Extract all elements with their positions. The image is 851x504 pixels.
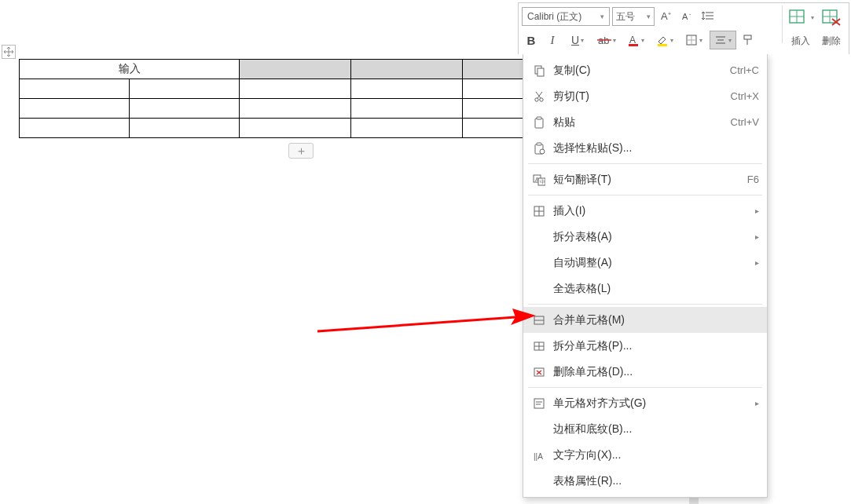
menu-separator xyxy=(528,387,762,388)
table-cell-selected[interactable] xyxy=(351,60,463,79)
table-cell[interactable] xyxy=(240,99,351,119)
borders-icon xyxy=(685,34,698,46)
font-size-combo[interactable]: 五号 ▾ xyxy=(612,7,655,26)
chevron-down-icon: ▾ xyxy=(641,37,644,44)
translate-icon: A中 xyxy=(530,173,548,186)
table-cell[interactable] xyxy=(20,119,130,138)
svg-point-30 xyxy=(540,97,543,100)
svg-rect-36 xyxy=(537,143,541,145)
menu-split-table-label: 拆分表格(A) xyxy=(548,230,749,244)
add-row-button[interactable]: ＋ xyxy=(288,143,314,159)
align-icon xyxy=(714,34,727,46)
menu-delete-cells-label: 删除单元格(D)... xyxy=(548,365,759,379)
menu-copy-label: 复制(C) xyxy=(548,64,724,78)
italic-icon: I xyxy=(551,34,555,47)
table-cell[interactable] xyxy=(20,99,130,119)
menu-merge-cells-label: 合并单元格(M) xyxy=(548,313,759,327)
table-cell[interactable] xyxy=(130,119,240,138)
table-cell-selected[interactable] xyxy=(240,60,351,79)
menu-merge-cells[interactable]: 合并单元格(M) xyxy=(523,307,767,333)
menu-separator xyxy=(528,163,762,164)
svg-text:A: A xyxy=(682,12,688,21)
menu-cut-label: 剪切(T) xyxy=(548,89,724,104)
table-cell[interactable] xyxy=(351,79,463,99)
format-painter-button[interactable] xyxy=(739,31,757,49)
grow-font-button[interactable]: A+ xyxy=(657,7,676,26)
table-row[interactable]: 输入 xyxy=(20,60,574,79)
menu-insert[interactable]: 插入(I) ▸ xyxy=(523,198,767,224)
insert-label: 插入 xyxy=(791,35,810,48)
menu-text-direction[interactable]: ||A 文字方向(X)... xyxy=(523,442,767,468)
menu-cut-accel: Ctrl+X xyxy=(724,90,759,102)
strikethrough-button[interactable]: ab ▾ xyxy=(593,31,620,49)
menu-split-cells[interactable]: 拆分单元格(P)... xyxy=(523,333,767,359)
line-spacing-button[interactable] xyxy=(699,7,718,26)
shrink-font-button[interactable]: A- xyxy=(678,7,697,26)
line-spacing-icon xyxy=(702,9,716,24)
menu-paste[interactable]: 粘贴 Ctrl+V xyxy=(523,109,767,135)
menu-cell-align[interactable]: 单元格对齐方式(G) ▸ xyxy=(523,390,767,416)
table-cell[interactable] xyxy=(240,119,351,138)
annotation-arrow xyxy=(314,301,536,336)
menu-autofit[interactable]: 自动调整(A) ▸ xyxy=(523,250,767,276)
table-delete-icon xyxy=(820,8,842,27)
font-color-button[interactable]: A ▾ xyxy=(622,31,649,49)
menu-paste-special[interactable]: 选择性粘贴(S)... xyxy=(523,135,767,161)
bold-button[interactable]: B xyxy=(522,31,541,49)
table-cell[interactable]: 输入 xyxy=(20,60,240,79)
menu-split-table[interactable]: 拆分表格(A) ▸ xyxy=(523,224,767,250)
underline-button[interactable]: U▾ xyxy=(564,31,591,49)
table-insert-icon xyxy=(787,8,809,27)
menu-cell-align-label: 单元格对齐方式(G) xyxy=(548,396,749,411)
highlight-button[interactable]: ▾ xyxy=(651,31,678,49)
menu-table-props-label: 表格属性(R)... xyxy=(548,474,759,488)
chevron-down-icon: ▾ xyxy=(613,37,616,44)
font-color-icon: A xyxy=(627,34,640,46)
menu-text-direction-label: 文字方向(X)... xyxy=(548,448,759,462)
delete-button[interactable]: 删除 xyxy=(817,5,845,48)
menu-copy[interactable]: 复制(C) Ctrl+C xyxy=(523,57,767,83)
svg-text:A: A xyxy=(661,10,668,22)
table-cell[interactable] xyxy=(240,79,351,99)
menu-translate[interactable]: A中 短句翻译(T) F6 xyxy=(523,166,767,192)
align-button[interactable]: ▾ xyxy=(710,31,736,49)
chevron-down-icon: ▾ xyxy=(581,37,584,44)
submenu-arrow-icon: ▸ xyxy=(749,399,759,407)
insert-button[interactable]: ▾ 插入 xyxy=(784,5,817,48)
svg-rect-33 xyxy=(535,119,543,128)
table-cell[interactable] xyxy=(130,99,240,119)
table-row[interactable] xyxy=(20,119,574,138)
paste-icon xyxy=(530,116,548,129)
table-cell[interactable] xyxy=(20,79,130,99)
table-cell[interactable] xyxy=(351,119,463,138)
menu-table-props[interactable]: 表格属性(R)... xyxy=(523,468,767,494)
menu-translate-label: 短句翻译(T) xyxy=(548,173,741,187)
context-menu: 复制(C) Ctrl+C 剪切(T) Ctrl+X 粘贴 Ctrl+V 选择性粘… xyxy=(523,53,768,498)
chevron-down-icon: ▾ xyxy=(811,14,814,21)
svg-point-37 xyxy=(540,149,545,154)
chevron-down-icon: ▾ xyxy=(600,8,604,25)
menu-cut[interactable]: 剪切(T) Ctrl+X xyxy=(523,83,767,109)
cell-align-icon xyxy=(530,397,548,410)
cut-icon xyxy=(530,90,548,103)
menu-separator xyxy=(528,304,762,305)
table-row[interactable] xyxy=(20,99,574,119)
menu-paste-special-label: 选择性粘贴(S)... xyxy=(548,141,759,155)
table-cell[interactable] xyxy=(351,99,463,119)
svg-text:||A: ||A xyxy=(534,452,543,461)
borders-button[interactable]: ▾ xyxy=(680,31,707,49)
chevron-down-icon: ▾ xyxy=(670,37,673,44)
italic-button[interactable]: I xyxy=(543,31,562,49)
menu-select-table[interactable]: 全选表格(L) xyxy=(523,276,767,301)
menu-separator xyxy=(528,195,762,195)
menu-delete-cells[interactable]: 删除单元格(D)... xyxy=(523,359,767,385)
table-cell[interactable] xyxy=(130,79,240,99)
svg-rect-34 xyxy=(537,117,541,119)
menu-borders-shading[interactable]: 边框和底纹(B)... xyxy=(523,416,767,442)
font-name-combo[interactable]: Calibri (正文) ▾ xyxy=(522,7,610,26)
table-move-handle[interactable] xyxy=(2,45,16,59)
word-table[interactable]: 输入 xyxy=(19,59,574,138)
table-row[interactable] xyxy=(20,79,574,99)
svg-text:+: + xyxy=(668,11,671,16)
menu-translate-accel: F6 xyxy=(741,173,759,185)
